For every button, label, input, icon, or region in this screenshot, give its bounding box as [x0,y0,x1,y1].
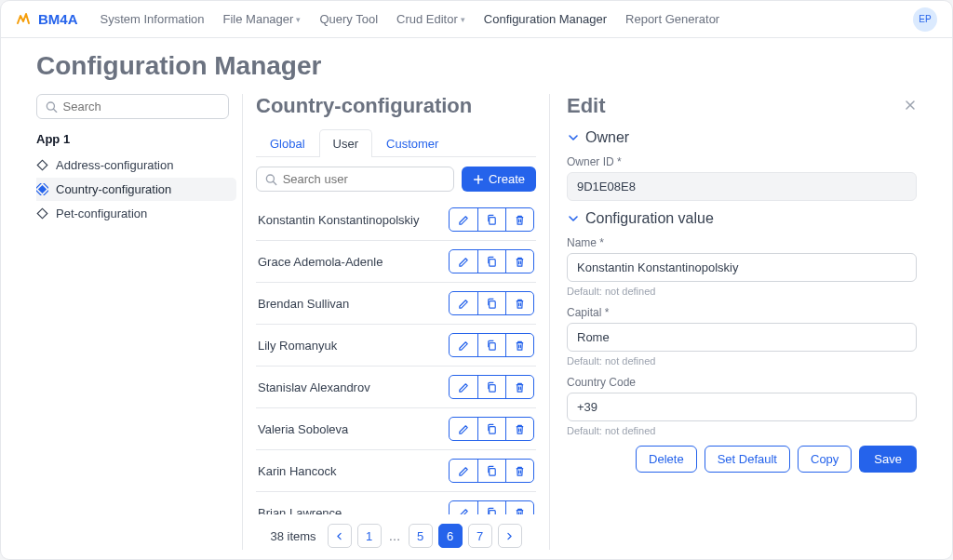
trash-icon [514,465,526,477]
brand-logo-icon [16,11,33,28]
list-search[interactable] [256,167,454,192]
chevron-down-icon: ▾ [296,15,301,24]
brand[interactable]: BM4A [16,11,78,28]
delete-button[interactable] [505,292,533,314]
delete-button[interactable] [505,376,533,398]
field-input[interactable] [567,323,917,352]
edit-icon [458,340,470,352]
pager-next[interactable] [498,524,522,548]
owner-id-label: Owner ID * [567,155,917,168]
pager-page[interactable]: 5 [409,524,433,548]
search-icon [46,100,58,113]
sidebar-group: App 1 [36,132,229,146]
sidebar-item[interactable]: Address-configuration [36,153,236,177]
delete-button[interactable]: Delete [636,446,697,473]
delete-button[interactable] [505,208,533,231]
owner-id-field [567,172,917,201]
page-title: Configuration Manager [36,51,917,81]
field-hint: Default: not defined [567,355,917,367]
list-row: Brian Lawrence [256,492,536,514]
edit-icon [458,507,470,515]
config-section-header[interactable]: Configuration value [567,210,917,227]
copy-icon [486,381,498,393]
copy-button[interactable] [477,334,505,356]
sidebar-item[interactable]: Pet-configuration [36,202,236,225]
sidebar-search-input[interactable] [63,100,220,113]
pager-page[interactable]: 6 [438,524,463,548]
tab[interactable]: Customer [372,129,452,157]
list-row: Grace Ademola-Adenle [256,241,536,283]
copy-button[interactable] [477,292,505,314]
edit-button[interactable] [450,376,477,398]
edit-button[interactable] [450,501,477,514]
copy-button[interactable] [477,208,505,231]
copy-button[interactable] [477,501,505,514]
delete-button[interactable] [505,460,533,482]
nav-item[interactable]: Query Tool [310,12,387,26]
nav-item[interactable]: System Information [91,12,214,26]
pager: 38 items 1…567 [256,514,536,550]
nav-item[interactable]: Crud Editor▾ [387,12,475,26]
pager-prev[interactable] [328,524,352,548]
edit-button[interactable] [450,208,477,231]
topbar: BM4A System InformationFile Manager▾Quer… [1,1,952,38]
copy-icon [486,256,498,268]
edit-button[interactable] [450,460,477,482]
field-input[interactable] [567,253,917,282]
create-button[interactable]: Create [462,167,536,192]
plus-icon [473,174,484,185]
edit-icon [458,298,470,310]
set-default-button[interactable]: Set Default [705,446,790,473]
trash-icon [514,298,526,310]
close-button[interactable] [904,99,917,114]
copy-button[interactable] [477,376,505,398]
diamond-icon [36,183,48,195]
edit-title: Edit [567,94,606,118]
avatar[interactable]: EP [913,7,937,32]
list-row: Brendan Sullivan [256,283,536,325]
nav-item[interactable]: File Manager▾ [214,12,311,26]
edit-button[interactable] [450,334,477,356]
copy-button[interactable] [477,250,505,273]
tab[interactable]: Global [256,129,319,157]
list-panel: Country-configuration GlobalUserCustomer… [243,94,550,550]
brand-text: BM4A [38,11,78,27]
sidebar-item[interactable]: Country-configuration [36,178,236,201]
nav-item[interactable]: Configuration Manager [475,12,616,26]
list-title: Country-configuration [256,94,536,118]
field-label: Country Code [567,376,917,389]
copy-button[interactable] [477,418,505,440]
row-name: Stanislav Alexandrov [258,380,370,394]
field-input[interactable] [567,393,917,421]
copy-button[interactable]: Copy [798,446,852,473]
chevron-down-icon: ▾ [461,15,465,24]
chevron-down-icon [567,131,580,144]
owner-section-header[interactable]: Owner [567,129,917,146]
sidebar-search[interactable] [36,94,229,119]
save-button[interactable]: Save [859,446,917,473]
chevron-down-icon [567,212,580,225]
copy-button[interactable] [477,460,505,482]
pager-dots: … [387,529,403,543]
copy-icon [486,507,498,515]
nav-item[interactable]: Report Generator [616,12,729,26]
delete-button[interactable] [505,250,533,273]
diamond-icon [36,207,48,220]
pager-count: 38 items [270,529,315,543]
sidebar: App 1 Address-configurationCountry-confi… [36,94,243,550]
pager-page[interactable]: 1 [357,524,382,548]
row-name: Grace Ademola-Adenle [258,255,383,269]
delete-button[interactable] [505,501,533,514]
edit-button[interactable] [450,418,477,440]
list-search-input[interactable] [283,172,445,186]
pager-page[interactable]: 7 [468,524,492,548]
delete-button[interactable] [505,418,533,440]
trash-icon [514,214,526,226]
delete-button[interactable] [505,334,533,356]
row-name: Brendan Sullivan [258,297,349,311]
edit-button[interactable] [450,250,477,273]
tab[interactable]: User [319,129,372,157]
edit-button[interactable] [450,292,477,314]
list-row: Konstantin Konstantinopolskiy [256,199,536,241]
diamond-icon [36,159,48,171]
